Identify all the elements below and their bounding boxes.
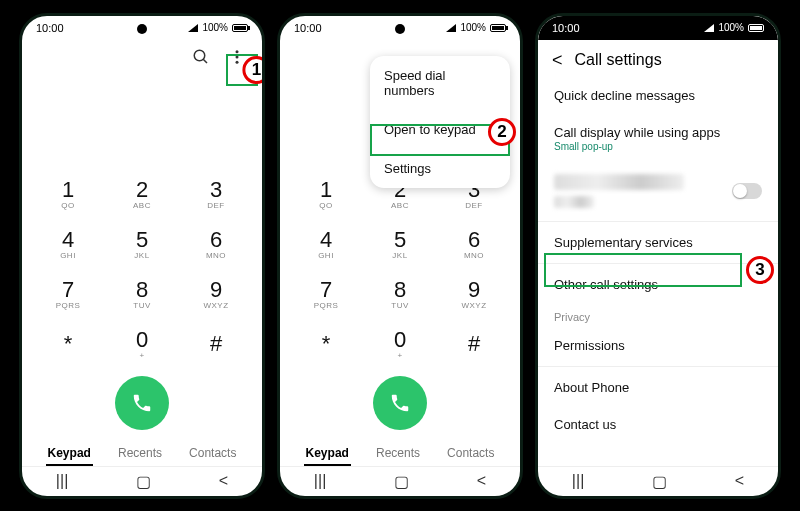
key-0[interactable]: 0+ [112, 320, 172, 368]
dialer-tabs: Keypad Recents Contacts [280, 438, 520, 466]
nav-recents-icon[interactable]: ||| [56, 472, 68, 490]
section-privacy: Privacy [538, 303, 778, 327]
key-star[interactable]: * [38, 320, 98, 368]
dialer-keypad: 1QO2ABC3DEF4GHI5JKL6MNO7PQRS8TUV9WXYZ*0+… [22, 170, 262, 370]
key-sublabel: GHI [60, 251, 76, 260]
status-time: 10:00 [294, 22, 322, 34]
key-sublabel: DEF [207, 201, 225, 210]
key-7[interactable]: 7PQRS [38, 270, 98, 318]
signal-icon [704, 24, 714, 32]
call-button[interactable] [373, 376, 427, 430]
row-quick-decline[interactable]: Quick decline messages [538, 77, 778, 114]
key-2[interactable]: 2ABC [112, 170, 172, 218]
key-3[interactable]: 3DEF [186, 170, 246, 218]
key-digit: 7 [62, 277, 74, 303]
nav-home-icon[interactable]: ▢ [394, 472, 409, 491]
key-digit: 0 [136, 327, 148, 353]
search-icon[interactable] [190, 46, 212, 68]
nav-back-icon[interactable]: < [477, 472, 486, 490]
step-marker-1: 1 [242, 56, 265, 84]
key-0[interactable]: 0+ [370, 320, 430, 368]
key-sublabel: + [397, 351, 402, 360]
key-sublabel: MNO [206, 251, 226, 260]
key-digit: 5 [394, 227, 406, 253]
nav-recents-icon[interactable]: ||| [314, 472, 326, 490]
menu-settings[interactable]: Settings [370, 149, 510, 188]
key-7[interactable]: 7PQRS [296, 270, 356, 318]
toggle-switch[interactable] [732, 183, 762, 199]
key-sublabel: ABC [133, 201, 151, 210]
row-permissions[interactable]: Permissions [538, 327, 778, 364]
key-9[interactable]: 9WXYZ [186, 270, 246, 318]
key-digit: 6 [468, 227, 480, 253]
svg-point-0 [194, 50, 205, 61]
phone-screen-1: 10:00 100% 1 1QO2ABC3DEF4GHI5JKL6MNO7PQR… [19, 13, 265, 499]
nav-bar: ||| ▢ < [280, 466, 520, 496]
key-digit: 2 [136, 177, 148, 203]
row-about-phone[interactable]: About Phone [538, 369, 778, 406]
key-sublabel: PQRS [314, 301, 339, 310]
row-supplementary[interactable]: Supplementary services [538, 224, 778, 261]
redacted-text [554, 196, 594, 208]
nav-home-icon[interactable]: ▢ [136, 472, 151, 491]
nav-home-icon[interactable]: ▢ [652, 472, 667, 491]
key-8[interactable]: 8TUV [370, 270, 430, 318]
step-marker-2: 2 [488, 118, 516, 146]
divider [538, 366, 778, 367]
key-4[interactable]: 4GHI [38, 220, 98, 268]
key-digit: 1 [62, 177, 74, 203]
tab-recents[interactable]: Recents [374, 442, 422, 466]
battery-icon [748, 24, 764, 32]
nav-back-icon[interactable]: < [735, 472, 744, 490]
divider [538, 263, 778, 264]
key-hash[interactable]: # [186, 320, 246, 368]
key-5[interactable]: 5JKL [112, 220, 172, 268]
svg-point-2 [236, 50, 239, 53]
side-button [780, 116, 781, 176]
key-5[interactable]: 5JKL [370, 220, 430, 268]
key-digit: 0 [394, 327, 406, 353]
dialer-tabs: Keypad Recents Contacts [22, 438, 262, 466]
tab-keypad[interactable]: Keypad [46, 442, 93, 466]
nav-back-icon[interactable]: < [219, 472, 228, 490]
key-sublabel: QO [61, 201, 74, 210]
svg-point-3 [236, 55, 239, 58]
tab-contacts[interactable]: Contacts [187, 442, 238, 466]
divider [538, 221, 778, 222]
row-contact-us[interactable]: Contact us [538, 406, 778, 443]
settings-header: < Call settings [538, 40, 778, 77]
key-6[interactable]: 6MNO [186, 220, 246, 268]
key-6[interactable]: 6MNO [444, 220, 504, 268]
key-sublabel: + [139, 351, 144, 360]
key-8[interactable]: 8TUV [112, 270, 172, 318]
key-digit: 7 [320, 277, 332, 303]
key-digit: 6 [210, 227, 222, 253]
key-9[interactable]: 9WXYZ [444, 270, 504, 318]
key-4[interactable]: 4GHI [296, 220, 356, 268]
row-call-display[interactable]: Call display while using apps Small pop-… [538, 114, 778, 163]
key-sublabel: GHI [318, 251, 334, 260]
menu-speed-dial[interactable]: Speed dial numbers [370, 56, 510, 110]
key-digit: # [210, 331, 222, 357]
status-time: 10:00 [552, 22, 580, 34]
tab-recents[interactable]: Recents [116, 442, 164, 466]
back-icon[interactable]: < [552, 50, 563, 71]
nav-recents-icon[interactable]: ||| [572, 472, 584, 490]
tab-keypad[interactable]: Keypad [304, 442, 351, 466]
row-other-settings[interactable]: Other call settings [538, 266, 778, 303]
call-button[interactable] [115, 376, 169, 430]
signal-icon [446, 24, 456, 32]
page-title: Call settings [575, 51, 662, 69]
key-sublabel: ABC [391, 201, 409, 210]
key-hash[interactable]: # [444, 320, 504, 368]
key-sublabel: WXYZ [203, 301, 228, 310]
key-sublabel: PQRS [56, 301, 81, 310]
tab-contacts[interactable]: Contacts [445, 442, 496, 466]
key-star[interactable]: * [296, 320, 356, 368]
options-menu: Speed dial numbers Open to keypad Settin… [370, 56, 510, 188]
key-1[interactable]: 1QO [38, 170, 98, 218]
key-1[interactable]: 1QO [296, 170, 356, 218]
row-redacted-1[interactable] [538, 163, 778, 219]
phone-screen-2: 10:00 100% Speed dial numbers Open to ke… [277, 13, 523, 499]
key-sublabel: DEF [465, 201, 483, 210]
